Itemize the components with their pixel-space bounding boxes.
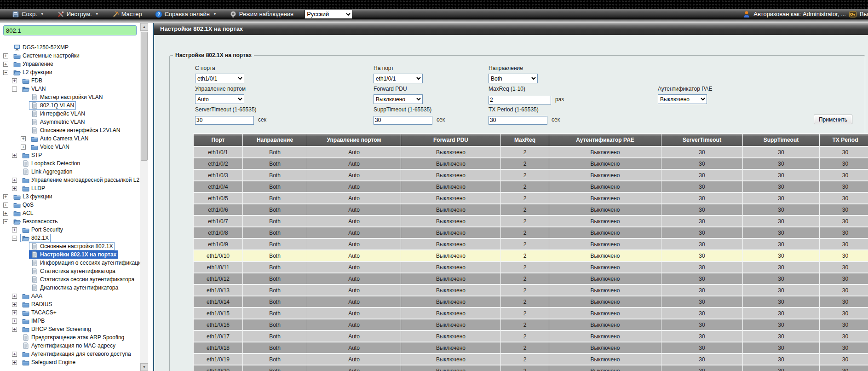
table-row[interactable]: eth1/0/3BothAutoВыключено2Выключено30303…	[194, 170, 868, 180]
tree-item[interactable]: Основные настройки 802.1X	[0, 242, 140, 250]
tree-node[interactable]: AAA	[20, 292, 44, 300]
expand-plus-icon[interactable]: +	[12, 302, 17, 307]
table-row[interactable]: eth1/0/20BothAutoВыключено2Выключено3030…	[194, 365, 868, 371]
table-row[interactable]: eth1/0/13BothAutoВыключено2Выключено3030…	[194, 285, 868, 296]
expand-plus-icon[interactable]: +	[12, 78, 17, 83]
tree-item[interactable]: +Аутентификация для сетевого доступа	[0, 350, 140, 358]
tree-item[interactable]: Link Aggregation	[0, 168, 140, 176]
tree-item[interactable]: +QoS	[0, 201, 140, 209]
maxreq-input[interactable]	[489, 96, 551, 104]
tree-node[interactable]: Link Aggregation	[20, 168, 74, 176]
to-port-select[interactable]: eth1/0/1	[374, 74, 423, 83]
wizard-menu[interactable]: Мастер	[105, 11, 149, 18]
tree-node[interactable]: IMPB	[20, 317, 46, 325]
scroll-up-icon[interactable]: ▲	[140, 23, 148, 31]
expand-plus-icon[interactable]: +	[12, 360, 17, 365]
expand-plus-icon[interactable]: +	[12, 227, 17, 232]
tree-node[interactable]: RADIUS	[20, 300, 54, 308]
tree-item[interactable]: Описание интерфейса L2VLAN	[0, 126, 140, 134]
scrollbar-thumb[interactable]	[141, 32, 148, 161]
tree-node[interactable]: Интерфейс VLAN	[29, 110, 87, 118]
table-row[interactable]: eth1/0/4BothAutoВыключено2Выключено30303…	[194, 181, 868, 192]
expand-plus-icon[interactable]: +	[12, 352, 17, 357]
tree-item[interactable]: DGS-1250-52XMP	[0, 43, 140, 52]
tree-node[interactable]: Основные настройки 802.1X	[29, 242, 115, 250]
tree-node[interactable]: VLAN	[20, 85, 47, 93]
tx-period-input[interactable]	[489, 116, 547, 125]
expand-plus-icon[interactable]: +	[12, 327, 17, 332]
server-timeout-input[interactable]	[195, 116, 254, 125]
table-row[interactable]: eth1/0/14BothAutoВыключено2Выключено3030…	[194, 296, 868, 307]
tree-node[interactable]: Auto Camera VLAN	[29, 134, 90, 143]
language-select[interactable]: Русский	[305, 10, 352, 19]
tree-node[interactable]: Статистика сессии аутентификатора	[29, 275, 136, 284]
table-row[interactable]: eth1/0/16BothAutoВыключено2Выключено3030…	[194, 319, 868, 330]
table-row[interactable]: eth1/0/8BothAutoВыключено2Выключено30303…	[194, 227, 868, 238]
tree-item[interactable]: Статистика сессии аутентификатора	[0, 275, 140, 284]
tree-node[interactable]: Предотвращение атак ARP Spoofing	[20, 333, 126, 342]
tree-node[interactable]: Voice VLAN	[29, 143, 71, 151]
tree-item[interactable]: +IMPB	[0, 317, 140, 325]
tree-node[interactable]: Управление	[11, 60, 55, 68]
tree-item[interactable]: −802.1X	[0, 234, 140, 242]
tree-item[interactable]: +LLDP	[0, 184, 140, 192]
tree-node[interactable]: Управление многоадресной рассылкой L2	[20, 176, 140, 184]
tree-node[interactable]: TACACS+	[20, 308, 58, 317]
tree-item[interactable]: +Управление многоадресной рассылкой L2	[0, 176, 140, 184]
tree-node[interactable]: Системные настройки	[11, 52, 81, 60]
tree-node[interactable]: Информация о сессиях аутентификации	[29, 259, 140, 267]
tree-node[interactable]: STP	[20, 151, 44, 159]
tree-item[interactable]: −L2 функции	[0, 68, 140, 76]
tree-item[interactable]: +Voice VLAN	[0, 143, 140, 151]
tree-item[interactable]: Диагностика аутентификатора	[0, 284, 140, 292]
table-row[interactable]: eth1/0/11BothAutoВыключено2Выключено3030…	[194, 262, 868, 272]
logout-button[interactable]: Вы	[860, 11, 868, 17]
tree-node[interactable]: Safeguard Engine	[20, 358, 77, 366]
expand-plus-icon[interactable]: +	[3, 211, 8, 216]
tree-node[interactable]: LLDP	[20, 184, 47, 192]
table-row[interactable]: eth1/0/19BothAutoВыключено2Выключено3030…	[194, 354, 868, 365]
surveillance-mode-button[interactable]: Режим наблюдения	[223, 11, 300, 18]
scroll-down-icon[interactable]: ▼	[140, 363, 148, 371]
tree-item[interactable]: −VLAN	[0, 85, 140, 93]
sidebar-scrollbar[interactable]: ▲ ▼	[140, 23, 148, 371]
tree-node[interactable]: DHCP Server Screening	[20, 325, 93, 333]
tree-item[interactable]: +DHCP Server Screening	[0, 325, 140, 333]
tree-node[interactable]: Описание интерфейса L2VLAN	[29, 126, 122, 134]
online-help-menu[interactable]: ? Справка онлайн ▼	[149, 11, 223, 18]
tree-node[interactable]: Статистика аутентификатора	[29, 267, 117, 275]
expand-plus-icon[interactable]: +	[12, 186, 17, 191]
authenticator-pae-select[interactable]: Выключено	[658, 94, 707, 104]
tree-node[interactable]: Аутентификация для сетевого доступа	[20, 350, 133, 358]
tree-node[interactable]: FDB	[20, 76, 44, 85]
tree-node[interactable]: Loopback Detection	[20, 159, 82, 168]
table-row[interactable]: eth1/0/17BothAutoВыключено2Выключено3030…	[194, 331, 868, 342]
logout-key-icon[interactable]	[849, 11, 857, 18]
save-menu[interactable]: Сохр. ▼	[0, 11, 51, 18]
tree-item[interactable]: +STP	[0, 151, 140, 159]
tree-item[interactable]: Предотвращение атак ARP Spoofing	[0, 333, 140, 342]
tree-item[interactable]: +FDB	[0, 76, 140, 85]
collapse-minus-icon[interactable]: −	[3, 219, 8, 224]
tree-node[interactable]: QoS	[11, 201, 35, 209]
tree-node[interactable]: Настройки 802.1X на портах	[29, 250, 118, 259]
tree-node[interactable]: Port Security	[20, 226, 65, 234]
tree-item[interactable]: +Системные настройки	[0, 52, 140, 60]
tree-node[interactable]: DGS-1250-52XMP	[11, 43, 70, 52]
tree-node[interactable]: Диагностика аутентификатора	[29, 284, 120, 292]
table-row[interactable]: eth1/0/12BothAutoВыключено2Выключено3030…	[194, 273, 868, 284]
tree-item[interactable]: Настройки 802.1X на портах	[0, 250, 140, 259]
table-row[interactable]: eth1/0/2BothAutoВыключено2Выключено30303…	[194, 158, 868, 169]
collapse-minus-icon[interactable]: −	[12, 236, 17, 241]
tree-node[interactable]: Аутентификация по MAC-адресу	[20, 342, 117, 350]
tree-item[interactable]: +AAA	[0, 292, 140, 300]
tree-item[interactable]: Loopback Detection	[0, 159, 140, 168]
tree-node[interactable]: L2 функции	[11, 68, 54, 76]
tree-node[interactable]: Asymmetric VLAN	[29, 118, 86, 126]
tree-item[interactable]: +TACACS+	[0, 308, 140, 317]
forward-pdu-select[interactable]: Выключено	[374, 94, 423, 104]
apply-button[interactable]: Применить	[814, 115, 852, 124]
expand-plus-icon[interactable]: +	[21, 145, 26, 150]
tree-item[interactable]: Мастер настройки VLAN	[0, 93, 140, 101]
tree-item[interactable]: −Безопасность	[0, 217, 140, 226]
